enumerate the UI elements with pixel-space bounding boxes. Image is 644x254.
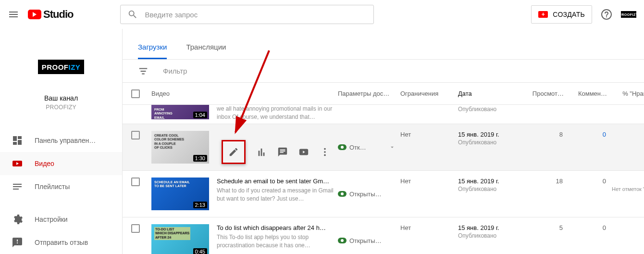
- date-cell: 15 янв. 2019 г.: [458, 178, 525, 185]
- menu-icon[interactable]: [8, 9, 19, 20]
- comments-cell: 0: [569, 224, 612, 254]
- gear-icon: [12, 214, 23, 225]
- svg-point-2: [324, 148, 326, 150]
- row-checkbox[interactable]: [131, 178, 140, 186]
- visibility-cell[interactable]: Открыты…: [338, 178, 400, 210]
- col-visibility[interactable]: Параметры дос…: [338, 90, 400, 97]
- channel-block[interactable]: PROOFIZY Ваш канал PROOFIZY: [0, 36, 122, 125]
- restrictions-cell: Нет: [400, 224, 458, 254]
- visibility-public-icon: [338, 238, 347, 243]
- duration-badge: 0:45: [193, 248, 207, 254]
- date-cell: 15 янв. 2019 г.: [458, 224, 525, 231]
- nav-label: Отправить отзыв: [35, 239, 88, 246]
- comments-cell: 0: [569, 178, 612, 210]
- date-status: Опубликовано: [458, 106, 525, 113]
- date-cell: 15 янв. 2019 г.: [458, 131, 525, 138]
- video-title: Schedule an email to be sent later Gm…: [217, 178, 338, 185]
- table-row[interactable]: TO-DO LIST WHICH DISAPPEARS AFTER 24 0:4…: [123, 217, 644, 254]
- visibility-public-icon: [338, 191, 347, 197]
- create-camera-icon: [538, 11, 548, 18]
- duration-badge: 1:30: [193, 155, 207, 162]
- channel-title: Ваш канал: [44, 94, 78, 102]
- col-date[interactable]: Дата: [458, 90, 525, 97]
- annotation-arrow: [173, 46, 279, 152]
- views-cell: 8: [525, 131, 569, 164]
- more-icon[interactable]: [320, 147, 330, 157]
- date-status: Опубликовано: [458, 232, 525, 239]
- col-comments[interactable]: Коммен…: [569, 90, 612, 97]
- duration-badge: 2:13: [193, 202, 207, 208]
- playlist-icon: [12, 181, 23, 192]
- col-views[interactable]: Просмот…: [525, 90, 569, 97]
- filter-icon[interactable]: [138, 66, 149, 76]
- youtube-preview-icon[interactable]: [298, 147, 309, 157]
- likes-note: Нет отметок "Нрави: [612, 186, 644, 192]
- col-likes[interactable]: % "Нрави: [612, 90, 644, 97]
- nav-feedback[interactable]: Отправить отзыв: [0, 231, 122, 254]
- svg-point-0: [602, 10, 611, 19]
- sidebar: PROOFIZY Ваш канал PROOFIZY Панель управ…: [0, 29, 123, 254]
- nav-label: Настройки: [35, 216, 68, 223]
- visibility-cell[interactable]: Открыты…: [338, 224, 400, 254]
- nav-dashboard[interactable]: Панель управлен…: [0, 129, 122, 152]
- nav-video[interactable]: Видео: [0, 152, 122, 175]
- channel-logo: PROOFIZY: [38, 60, 84, 74]
- select-all-checkbox[interactable]: [131, 89, 140, 98]
- visibility-cell[interactable]: Отк…: [338, 131, 400, 164]
- feedback-icon: [12, 237, 23, 248]
- views-cell: 18: [525, 178, 569, 210]
- logo-text: Studio: [43, 8, 73, 21]
- restrictions-cell: Нет: [400, 178, 458, 210]
- svg-point-3: [324, 151, 326, 153]
- svg-line-5: [235, 51, 269, 132]
- create-label: СОЗДАТЬ: [553, 11, 585, 18]
- nav-label: Плейлисты: [35, 183, 70, 190]
- col-restrictions[interactable]: Ограничения: [400, 90, 458, 97]
- likes-cell: 0: [612, 178, 644, 185]
- channel-subtitle: PROOFIZY: [46, 104, 76, 111]
- tab-uploads[interactable]: Загрузки: [138, 43, 167, 59]
- create-button[interactable]: СОЗДАТЬ: [531, 5, 592, 24]
- video-thumbnail[interactable]: TO-DO LIST WHICH DISAPPEARS AFTER 24 0:4…: [151, 224, 209, 254]
- help-icon[interactable]: [601, 9, 612, 20]
- nav-settings[interactable]: Настройки: [0, 208, 122, 231]
- row-checkbox[interactable]: [131, 224, 140, 233]
- dashboard-icon: [12, 135, 23, 146]
- account-avatar[interactable]: PROOFIZY: [621, 11, 636, 18]
- video-icon: [12, 158, 23, 169]
- restrictions-cell: Нет: [400, 131, 458, 164]
- comments-icon[interactable]: [277, 147, 288, 157]
- table-row[interactable]: SCHEDULE AN EMAIL TO BE SENT LATER 2:13 …: [123, 171, 644, 217]
- date-status: Опубликовано: [458, 186, 525, 192]
- date-status: Опубликовано: [458, 139, 525, 146]
- search-icon: [127, 9, 138, 20]
- video-description: What to do if you created a message in G…: [217, 187, 338, 203]
- search-input[interactable]: [145, 11, 367, 19]
- visibility-public-icon: [338, 144, 347, 150]
- video-description: This To-do list app helps you to stop pr…: [217, 233, 338, 250]
- search-box[interactable]: [120, 5, 374, 24]
- views-cell: 5: [525, 224, 569, 254]
- nav-label: Панель управлен…: [35, 137, 96, 144]
- dropdown-icon: [389, 144, 396, 151]
- nav-playlists[interactable]: Плейлисты: [0, 175, 122, 198]
- video-thumbnail[interactable]: SCHEDULE AN EMAIL TO BE SENT LATER 2:13: [151, 178, 209, 210]
- comments-cell[interactable]: 0: [569, 131, 612, 164]
- svg-point-4: [324, 154, 326, 156]
- video-title: To do list which disappears after 24 h…: [217, 224, 338, 231]
- studio-logo[interactable]: Studio: [28, 8, 73, 21]
- nav-label: Видео: [35, 160, 54, 167]
- youtube-play-icon: [28, 10, 41, 19]
- row-checkbox[interactable]: [131, 131, 140, 140]
